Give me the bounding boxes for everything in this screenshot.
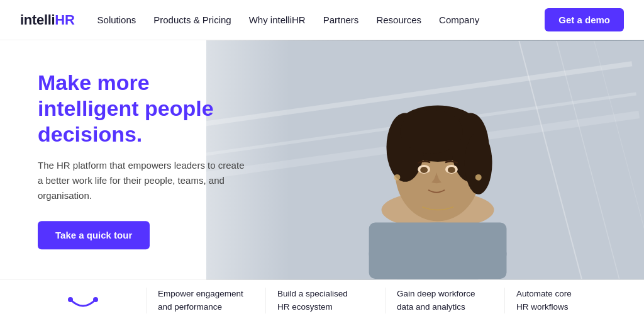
svg-point-19 [475, 174, 481, 181]
svg-rect-6 [369, 222, 506, 279]
nav-item-partners[interactable]: Partners [323, 14, 359, 26]
svg-point-17 [448, 167, 455, 173]
nav-link-products-pricing[interactable]: Products & Pricing [153, 14, 231, 25]
hero-subtext: The HR platform that empowers leaders to… [38, 159, 252, 204]
logo-text: intelliHR [20, 12, 75, 28]
get-demo-button[interactable]: Get a demo [545, 8, 624, 31]
feature-item-3: Gain deep workforce data and analytics [385, 288, 504, 313]
logo[interactable]: intelliHR [20, 12, 75, 28]
navbar: intelliHR Solutions Products & Pricing W… [0, 0, 644, 40]
nav-item-why-intellihr[interactable]: Why intelliHR [249, 14, 306, 26]
svg-point-18 [394, 174, 400, 181]
hero-section: Make more intelligent people decisions. … [0, 40, 644, 279]
feature-text-2: Build a specialised HR ecosystem [277, 288, 374, 313]
nav-link-partners[interactable]: Partners [323, 14, 359, 25]
nav-link-company[interactable]: Company [439, 14, 479, 25]
feature-item-2: Build a specialised HR ecosystem [265, 288, 385, 313]
nav-item-company[interactable]: Company [439, 14, 479, 26]
feature-text-1: Empower engagement and performance [158, 288, 254, 313]
smile-icon [63, 291, 103, 311]
nav-link-solutions[interactable]: Solutions [97, 14, 136, 25]
svg-point-13 [465, 132, 492, 194]
feature-item-1: Empower engagement and performance [146, 288, 265, 313]
hero-content: Make more intelligent people decisions. … [38, 70, 252, 249]
feature-item-4: Automate core HR workflows [504, 288, 624, 313]
feature-text-4: Automate core HR workflows [516, 288, 613, 313]
feature-text-3: Gain deep workforce data and analytics [397, 288, 493, 313]
nav-links: Solutions Products & Pricing Why intelli… [97, 14, 545, 26]
nav-link-why-intellihr[interactable]: Why intelliHR [249, 14, 306, 25]
feature-items: Empower engagement and performance Build… [146, 288, 624, 313]
nav-item-solutions[interactable]: Solutions [97, 14, 136, 26]
feature-logo-area [20, 291, 146, 311]
svg-point-12 [400, 110, 462, 154]
quick-tour-button[interactable]: Take a quick tour [38, 222, 150, 250]
svg-point-16 [420, 167, 428, 173]
nav-item-resources[interactable]: Resources [376, 14, 421, 26]
hero-headline: Make more intelligent people decisions. [38, 70, 252, 147]
nav-link-resources[interactable]: Resources [376, 14, 421, 25]
feature-bar: Empower engagement and performance Build… [0, 279, 644, 321]
nav-item-products-pricing[interactable]: Products & Pricing [153, 14, 231, 26]
